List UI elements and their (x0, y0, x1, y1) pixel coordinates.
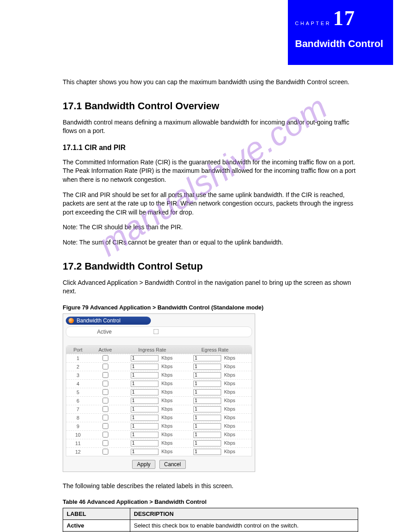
chapter-label: CHAPTER (295, 21, 331, 26)
ingress-unit: Kbps (158, 355, 174, 360)
row0-label: Active (63, 520, 130, 532)
egress-unit: Kbps (221, 423, 236, 429)
ingress-unit: Kbps (158, 449, 174, 454)
egress-rate-input[interactable] (193, 398, 221, 404)
egress-unit: Kbps (221, 355, 236, 360)
note-2: Note: The sum of CIRs cannot be greater … (63, 238, 357, 247)
table-row: 9KbpsKbps (66, 422, 252, 430)
table-row: 12KbpsKbps (66, 447, 252, 456)
ingress-rate-input[interactable] (131, 415, 158, 421)
ingress-rate-input[interactable] (131, 389, 158, 395)
table-row: 4KbpsKbps (66, 379, 252, 388)
egress-rate-input[interactable] (193, 364, 221, 370)
egress-rate-input[interactable] (193, 449, 221, 455)
egress-unit: Kbps (221, 406, 236, 412)
cancel-button[interactable]: Cancel (159, 460, 186, 469)
ingress-rate-input[interactable] (131, 440, 158, 446)
row-active-checkbox[interactable] (103, 423, 108, 429)
row-active-checkbox[interactable] (103, 355, 108, 361)
row-active-checkbox[interactable] (103, 364, 108, 369)
port-number: 6 (66, 398, 90, 403)
col-egress: Egress Rate (184, 347, 246, 352)
ingress-unit: Kbps (158, 398, 174, 403)
egress-rate-input[interactable] (193, 406, 221, 412)
cir-p2: The CIR and PIR should be set for all po… (63, 191, 357, 217)
ingress-rate-input[interactable] (131, 364, 158, 370)
ingress-rate-input[interactable] (131, 355, 158, 361)
row-active-checkbox[interactable] (103, 406, 108, 412)
ingress-rate-input[interactable] (131, 381, 158, 387)
global-active-row: Active (66, 326, 252, 337)
port-number: 7 (66, 407, 90, 412)
port-number: 9 (66, 424, 90, 429)
global-active-checkbox[interactable] (154, 329, 159, 335)
egress-rate-input[interactable] (193, 440, 221, 446)
th-label: LABEL (63, 508, 130, 520)
ingress-unit: Kbps (158, 432, 174, 437)
table-row: 8KbpsKbps (66, 413, 252, 422)
egress-rate-input[interactable] (193, 423, 221, 429)
apply-button[interactable]: Apply (132, 460, 155, 469)
col-port: Port (66, 347, 90, 352)
chapter-title: Bandwidth Control (295, 38, 386, 50)
ingress-unit: Kbps (158, 389, 174, 395)
row-active-checkbox[interactable] (103, 415, 108, 420)
ingress-unit: Kbps (158, 364, 174, 369)
panel-title-text: Bandwidth Control (77, 317, 120, 324)
egress-unit: Kbps (221, 372, 236, 378)
chapter-number: 17 (333, 7, 355, 30)
cir-p1: The Committed Information Rate (CIR) is … (63, 158, 357, 184)
egress-rate-input[interactable] (193, 355, 221, 361)
ingress-rate-input[interactable] (131, 372, 158, 378)
section-heading: 17.1 Bandwidth Control Overview (63, 100, 357, 112)
ingress-rate-input[interactable] (131, 423, 158, 429)
egress-unit: Kbps (221, 389, 236, 395)
th-desc: DESCRIPTION (130, 508, 358, 520)
ingress-unit: Kbps (158, 406, 174, 412)
col-ingress: Ingress Rate (121, 347, 184, 352)
table-row: 7KbpsKbps (66, 405, 252, 413)
bandwidth-control-panel: Bandwidth Control Active Port Active Ing… (63, 313, 255, 472)
port-number: 10 (66, 432, 90, 438)
note-1: Note: The CIR should be less than the PI… (63, 223, 357, 232)
ingress-rate-input[interactable] (131, 398, 158, 404)
egress-rate-input[interactable] (193, 415, 221, 421)
table-row: 5KbpsKbps (66, 388, 252, 396)
egress-unit: Kbps (221, 381, 236, 386)
port-number: 3 (66, 373, 90, 378)
table-row: 6KbpsKbps (66, 396, 252, 405)
row-active-checkbox[interactable] (103, 398, 108, 403)
ingress-unit: Kbps (158, 415, 174, 420)
table-row: Active Select this check box to enable b… (63, 520, 358, 532)
egress-unit: Kbps (221, 440, 236, 446)
ingress-rate-input[interactable] (131, 406, 158, 412)
table-row: 3KbpsKbps (66, 371, 252, 379)
egress-rate-input[interactable] (193, 389, 221, 395)
table-row: 11KbpsKbps (66, 439, 252, 447)
table-title: Table 46 Advanced Application > Bandwidt… (63, 498, 357, 505)
section2-heading: 17.2 Bandwidth Control Setup (63, 261, 357, 272)
port-number: 2 (66, 364, 90, 369)
panel-titlebar: Bandwidth Control (66, 317, 151, 325)
port-number: 12 (66, 449, 90, 455)
egress-rate-input[interactable] (193, 432, 221, 438)
table-lead: The following table describes the relate… (63, 482, 357, 491)
row-active-checkbox[interactable] (103, 449, 108, 455)
egress-rate-input[interactable] (193, 381, 221, 387)
egress-rate-input[interactable] (193, 372, 221, 378)
row-active-checkbox[interactable] (103, 372, 108, 378)
ingress-rate-input[interactable] (131, 449, 158, 455)
port-number: 11 (66, 441, 90, 446)
row-active-checkbox[interactable] (103, 440, 108, 446)
row-active-checkbox[interactable] (103, 432, 108, 438)
table-row: 10KbpsKbps (66, 430, 252, 439)
ingress-rate-input[interactable] (131, 432, 158, 438)
port-grid: Port Active Ingress Rate Egress Rate 1Kb… (66, 345, 252, 456)
row-active-checkbox[interactable] (103, 381, 108, 386)
row-active-checkbox[interactable] (103, 389, 108, 395)
table-row: 1KbpsKbps (66, 354, 252, 362)
egress-unit: Kbps (221, 398, 236, 403)
port-number: 4 (66, 381, 90, 386)
ingress-unit: Kbps (158, 423, 174, 429)
description-table: LABEL DESCRIPTION Active Select this che… (63, 508, 358, 532)
